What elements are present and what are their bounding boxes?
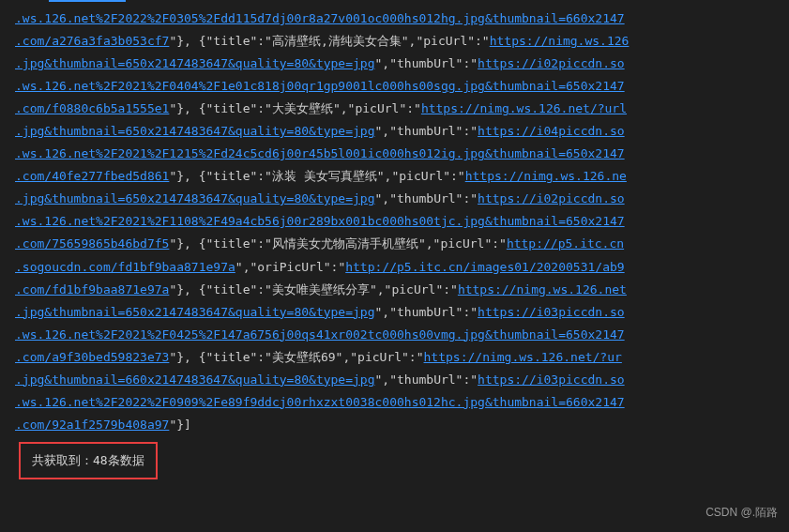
json-text: "}]	[169, 418, 190, 432]
json-text: ","thumbUrl":"	[375, 124, 478, 138]
json-text: "}, {"title":"高清壁纸,清纯美女合集","picUrl":"	[169, 34, 489, 48]
url-link[interactable]: .ws.126.net%2F2021%2F1215%2Fd24c5cd6j00r…	[15, 146, 625, 160]
url-link[interactable]: https://nimg.ws.126.net/?ur	[424, 350, 622, 364]
console-line: .com/92a1f2579b408a97"}]	[15, 414, 774, 436]
url-link[interactable]: .ws.126.net%2F2021%2F0425%2F147a6756j00q…	[15, 327, 625, 342]
url-link[interactable]: .com/92a1f2579b408a97	[15, 418, 169, 432]
watermark: CSDN @.陌路	[706, 505, 778, 521]
url-link[interactable]: .ws.126.net%2F2022%2F0305%2Fdd115d7dj00r…	[15, 11, 625, 25]
url-link[interactable]: .com/75659865b46bd7f5	[15, 236, 169, 251]
url-link[interactable]: .ws.126.net%2F2022%2F0909%2Fe89f9ddcj00r…	[15, 395, 625, 409]
result-summary: 共获取到：48条数据	[19, 442, 158, 479]
console-line: .ws.126.net%2F2021%2F1215%2Fd24c5cd6j00r…	[15, 143, 774, 165]
url-link[interactable]: .jpg&thumbnail=650x2147483647&quality=80…	[15, 191, 375, 205]
url-link[interactable]: https://i02piccdn.so	[478, 56, 625, 70]
url-link[interactable]: .com/fd1bf9baa871e97a	[15, 282, 169, 296]
console-line: .com/40fe277fbed5d861"}, {"title":"泳装 美女…	[15, 165, 774, 188]
json-text: ","thumbUrl":"	[375, 56, 478, 70]
url-link[interactable]: .ws.126.net%2F2021%2F0404%2F1e01c818j00q…	[15, 79, 625, 93]
json-text: "}, {"title":"大美女壁纸","picUrl":"	[169, 101, 421, 115]
json-text: "}, {"title":"泳装 美女写真壁纸","picUrl":"	[169, 169, 464, 183]
console-line: .jpg&thumbnail=650x2147483647&quality=80…	[15, 120, 774, 143]
console-line: .com/fd1bf9baa871e97a"}, {"title":"美女唯美壁…	[15, 279, 774, 301]
console-line: .jpg&thumbnail=650x2147483647&quality=80…	[15, 301, 774, 324]
url-link[interactable]: .com/40fe277fbed5d861	[15, 169, 169, 183]
url-link[interactable]: https://i04piccdn.so	[478, 124, 625, 138]
url-link[interactable]: .jpg&thumbnail=650x2147483647&quality=80…	[15, 56, 375, 70]
url-link[interactable]: .jpg&thumbnail=650x2147483647&quality=80…	[15, 124, 375, 138]
url-link[interactable]: .com/f0880c6b5a1555e1	[15, 101, 169, 115]
url-link[interactable]: https://nimg.ws.126.ne	[465, 169, 627, 183]
url-link[interactable]: .com/a276a3fa3b053cf7	[15, 34, 169, 48]
console-line: .ws.126.net%2F2021%2F0425%2F147a6756j00q…	[15, 324, 774, 346]
json-text: ","oriPicUrl":"	[235, 260, 345, 274]
url-link[interactable]: .com/a9f30bed59823e73	[15, 350, 169, 364]
url-link[interactable]: https://i02piccdn.so	[478, 191, 625, 205]
json-text: "}, {"title":"美女唯美壁纸分享","picUrl":"	[169, 282, 458, 296]
url-link[interactable]: .ws.126.net%2F2021%2F1108%2F49a4cb56j00r…	[15, 214, 625, 228]
json-text: ","thumbUrl":"	[375, 372, 478, 387]
console-line: .ws.126.net%2F2021%2F1108%2F49a4cb56j00r…	[15, 210, 774, 233]
json-text: ","thumbUrl":"	[375, 191, 478, 205]
json-text: ","thumbUrl":"	[375, 305, 478, 319]
console-line: .sogoucdn.com/fd1bf9baa871e97a","oriPicU…	[15, 256, 774, 279]
console-line: .com/a9f30bed59823e73"}, {"title":"美女壁纸6…	[15, 346, 774, 369]
console-line: .com/a276a3fa3b053cf7"}, {"title":"高清壁纸,…	[15, 30, 774, 53]
active-tab-indicator	[49, 0, 126, 2]
console-line: .jpg&thumbnail=650x2147483647&quality=80…	[15, 188, 774, 210]
url-link[interactable]: http://p5.itc.cn/images01/20200531/ab9	[345, 260, 624, 274]
url-link[interactable]: .jpg&thumbnail=650x2147483647&quality=80…	[15, 305, 375, 319]
console-output: .ws.126.net%2F2022%2F0305%2Fdd115d7dj00r…	[0, 0, 789, 487]
url-link[interactable]: .jpg&thumbnail=660x2147483647&quality=80…	[15, 372, 375, 387]
url-link[interactable]: http://p5.itc.cn	[507, 236, 624, 251]
url-link[interactable]: .sogoucdn.com/fd1bf9baa871e97a	[15, 260, 235, 274]
console-line: .jpg&thumbnail=660x2147483647&quality=80…	[15, 369, 774, 391]
console-line: .ws.126.net%2F2021%2F0404%2F1e01c818j00q…	[15, 75, 774, 98]
url-link[interactable]: https://nimg.ws.126.net/?url	[421, 101, 627, 115]
console-line: .ws.126.net%2F2022%2F0305%2Fdd115d7dj00r…	[15, 8, 774, 30]
url-link[interactable]: https://i03piccdn.so	[478, 305, 625, 319]
json-text: "}, {"title":"风情美女尤物高清手机壁纸","picUrl":"	[169, 236, 507, 251]
url-link[interactable]: https://nimg.ws.126	[490, 34, 630, 48]
console-line: .jpg&thumbnail=650x2147483647&quality=80…	[15, 53, 774, 75]
console-line: .com/f0880c6b5a1555e1"}, {"title":"大美女壁纸…	[15, 98, 774, 120]
console-line: .ws.126.net%2F2022%2F0909%2Fe89f9ddcj00r…	[15, 391, 774, 414]
url-link[interactable]: https://nimg.ws.126.net	[458, 282, 627, 296]
console-line: .com/75659865b46bd7f5"}, {"title":"风情美女尤…	[15, 233, 774, 255]
url-link[interactable]: https://i03piccdn.so	[478, 372, 625, 387]
json-text: "}, {"title":"美女壁纸69","picUrl":"	[169, 350, 423, 364]
